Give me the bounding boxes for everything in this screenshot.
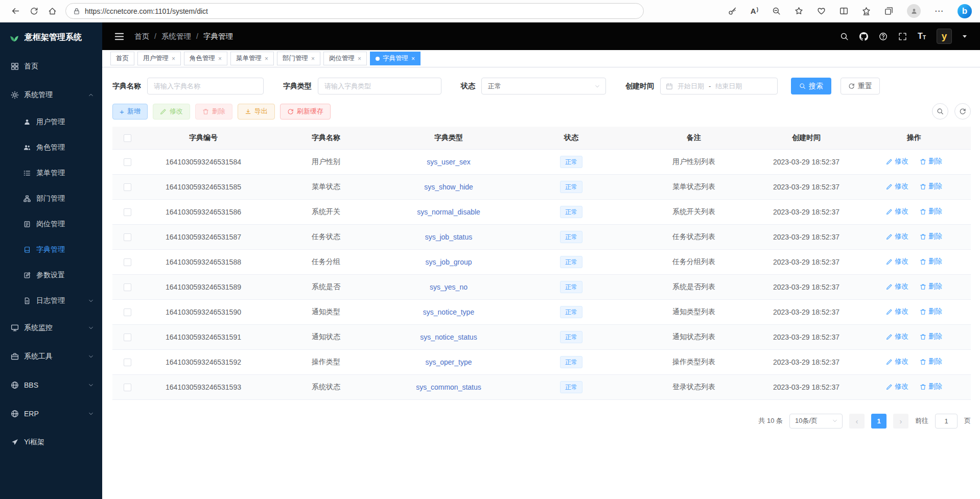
dict-name-input[interactable] xyxy=(147,78,264,94)
browser-refresh-button[interactable] xyxy=(25,3,43,20)
delete-row-button[interactable]: 删除 xyxy=(920,257,942,266)
help-icon[interactable] xyxy=(879,32,888,41)
edit-row-button[interactable]: 修改 xyxy=(886,282,908,291)
edit-row-button[interactable]: 修改 xyxy=(886,157,908,166)
row-checkbox[interactable] xyxy=(124,334,131,341)
browser-essentials-icon[interactable] xyxy=(817,7,826,15)
edit-row-button[interactable]: 修改 xyxy=(886,232,908,241)
zoom-out-icon[interactable] xyxy=(772,7,781,15)
row-checkbox[interactable] xyxy=(124,183,131,191)
sidebar-item-yi-framework[interactable]: Yi框架 xyxy=(0,428,102,457)
row-checkbox[interactable] xyxy=(124,308,131,316)
edit-row-button[interactable]: 修改 xyxy=(886,207,908,216)
dict-type-link[interactable]: sys_job_status xyxy=(425,233,473,241)
sidebar-item-user-mgmt[interactable]: 用户管理 xyxy=(0,109,102,135)
browser-settings-icon[interactable]: ⋯ xyxy=(935,6,944,16)
sidebar-item-dict-mgmt[interactable]: 字典管理 xyxy=(0,237,102,263)
edit-row-button[interactable]: 修改 xyxy=(886,182,908,191)
github-icon[interactable] xyxy=(859,32,868,41)
edit-row-button[interactable]: 修改 xyxy=(886,357,908,366)
page-number-current[interactable]: 1 xyxy=(871,414,886,429)
bing-icon[interactable]: b xyxy=(958,4,972,18)
row-checkbox[interactable] xyxy=(124,158,131,166)
read-aloud-icon[interactable]: A) xyxy=(751,7,758,15)
dict-type-link[interactable]: sys_notice_type xyxy=(423,308,474,316)
search-icon[interactable] xyxy=(840,32,849,41)
close-icon[interactable]: × xyxy=(172,55,175,62)
font-size-icon[interactable]: TT xyxy=(918,32,926,40)
delete-row-button[interactable]: 删除 xyxy=(920,357,942,366)
delete-row-button[interactable]: 删除 xyxy=(920,382,942,391)
row-checkbox[interactable] xyxy=(124,208,131,216)
goto-page-input[interactable] xyxy=(935,414,958,429)
dict-type-link[interactable]: sys_oper_type xyxy=(425,358,472,366)
close-icon[interactable]: × xyxy=(218,55,222,62)
sidebar-item-role-mgmt[interactable]: 角色管理 xyxy=(0,135,102,160)
split-screen-icon[interactable] xyxy=(839,7,848,15)
sidebar-item-system-mgmt[interactable]: 系统管理 xyxy=(0,81,102,109)
dict-type-link[interactable]: sys_job_group xyxy=(425,258,472,266)
delete-button[interactable]: 删除 xyxy=(195,104,232,120)
sidebar-item-erp[interactable]: ERP xyxy=(0,399,102,428)
user-avatar[interactable]: y xyxy=(937,29,952,44)
dict-type-input[interactable] xyxy=(318,78,441,94)
tab-user-mgmt[interactable]: 用户管理× xyxy=(137,52,181,65)
refresh-table-icon[interactable] xyxy=(954,103,971,120)
browser-back-button[interactable] xyxy=(6,3,25,20)
tab-post-mgmt[interactable]: 岗位管理× xyxy=(323,52,367,65)
sidebar-collapse-icon[interactable] xyxy=(114,32,124,41)
add-button[interactable]: + 新增 xyxy=(112,104,148,120)
favorite-add-icon[interactable] xyxy=(795,7,803,15)
tab-dict-mgmt[interactable]: 字典管理× xyxy=(370,52,421,65)
user-menu-caret-icon[interactable] xyxy=(963,35,967,38)
dict-type-link[interactable]: sys_common_status xyxy=(416,383,481,391)
status-select[interactable]: 正常 xyxy=(481,78,606,94)
sidebar-item-dept-mgmt[interactable]: 部门管理 xyxy=(0,186,102,211)
delete-row-button[interactable]: 删除 xyxy=(920,282,942,291)
export-button[interactable]: 导出 xyxy=(238,104,275,120)
toggle-search-icon[interactable] xyxy=(932,103,948,120)
close-icon[interactable]: × xyxy=(311,55,315,62)
close-icon[interactable]: × xyxy=(411,55,415,62)
next-page-button[interactable]: › xyxy=(893,414,908,429)
tab-role-mgmt[interactable]: 角色管理× xyxy=(184,52,227,65)
delete-row-button[interactable]: 删除 xyxy=(920,157,942,166)
page-size-select[interactable]: 10条/页 xyxy=(789,414,843,429)
delete-row-button[interactable]: 删除 xyxy=(920,332,942,341)
delete-row-button[interactable]: 删除 xyxy=(920,307,942,316)
address-bar[interactable]: https://ccnetcore.com:1101/system/dict xyxy=(65,3,644,19)
sidebar-item-bbs[interactable]: BBS xyxy=(0,371,102,399)
close-icon[interactable]: × xyxy=(358,55,361,62)
edit-row-button[interactable]: 修改 xyxy=(886,257,908,266)
fullscreen-icon[interactable] xyxy=(898,32,907,41)
refresh-cache-button[interactable]: 刷新缓存 xyxy=(280,104,331,120)
edit-button[interactable]: 修改 xyxy=(153,104,190,120)
dict-type-link[interactable]: sys_user_sex xyxy=(427,158,471,166)
tab-home[interactable]: 首页 xyxy=(110,52,134,65)
dict-type-link[interactable]: sys_show_hide xyxy=(424,183,473,191)
sidebar-item-log-mgmt[interactable]: 日志管理 xyxy=(0,288,102,314)
row-checkbox[interactable] xyxy=(124,233,131,241)
passwords-key-icon[interactable] xyxy=(728,7,737,15)
edit-row-button[interactable]: 修改 xyxy=(886,382,908,391)
favorites-icon[interactable] xyxy=(862,7,871,15)
close-icon[interactable]: × xyxy=(265,55,268,62)
delete-row-button[interactable]: 删除 xyxy=(920,207,942,216)
delete-row-button[interactable]: 删除 xyxy=(920,182,942,191)
date-range-picker[interactable]: 开始日期 - 结束日期 xyxy=(660,78,778,94)
dict-type-link[interactable]: sys_yes_no xyxy=(430,283,468,291)
browser-home-button[interactable] xyxy=(43,3,61,20)
breadcrumb-home[interactable]: 首页 xyxy=(134,32,149,41)
edit-row-button[interactable]: 修改 xyxy=(886,307,908,316)
sidebar-item-post-mgmt[interactable]: 岗位管理 xyxy=(0,211,102,237)
row-checkbox[interactable] xyxy=(124,384,131,391)
sidebar-item-home[interactable]: 首页 xyxy=(0,52,102,81)
select-all-checkbox[interactable] xyxy=(124,134,131,142)
sidebar-item-param-settings[interactable]: 参数设置 xyxy=(0,263,102,288)
search-button[interactable]: 搜索 xyxy=(791,78,831,94)
tab-dept-mgmt[interactable]: 部门管理× xyxy=(277,52,320,65)
prev-page-button[interactable]: ‹ xyxy=(849,414,865,429)
sidebar-item-system-monitor[interactable]: 系统监控 xyxy=(0,314,102,342)
reset-button[interactable]: 重置 xyxy=(841,78,880,94)
sidebar-item-system-tools[interactable]: 系统工具 xyxy=(0,342,102,371)
